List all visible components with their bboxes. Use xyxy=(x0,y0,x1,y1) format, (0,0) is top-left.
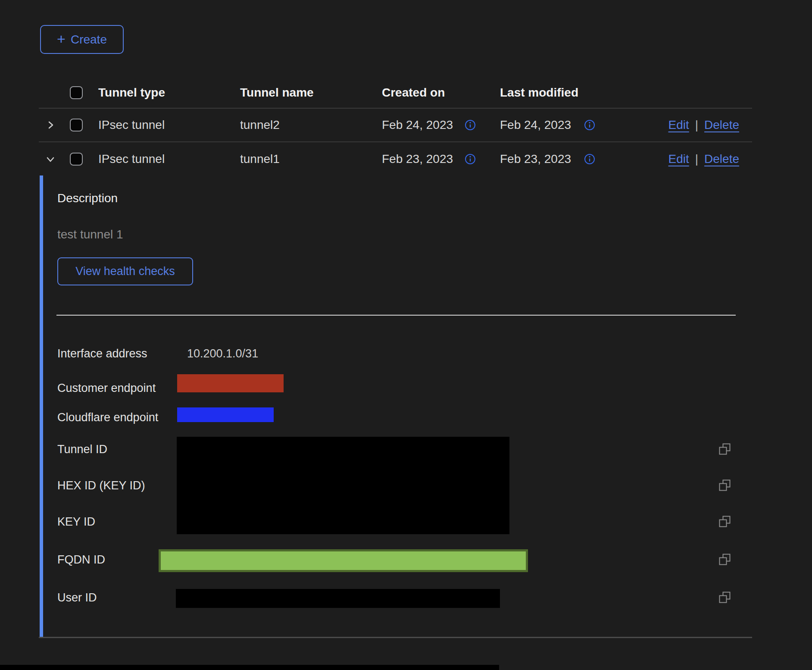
key-id-label: KEY ID xyxy=(57,515,95,529)
create-button[interactable]: + Create xyxy=(40,25,124,54)
edit-link[interactable]: Edit xyxy=(668,118,689,131)
last-modified-info-icon[interactable] xyxy=(584,153,595,165)
tunnel-type-cell: IPsec tunnel xyxy=(98,152,165,166)
column-header-last-modified: Last modified xyxy=(500,86,578,100)
collapse-chevron-down-icon[interactable] xyxy=(44,153,56,165)
column-header-created-on: Created on xyxy=(382,86,445,100)
customer-endpoint-label: Customer endpoint xyxy=(57,382,156,395)
tunnels-page: + Create Tunnel type Tunnel name Created… xyxy=(0,0,812,670)
copy-fqdn-id-icon[interactable] xyxy=(719,554,731,565)
copy-key-id-icon[interactable] xyxy=(719,516,731,527)
row-checkbox-tunnel2[interactable] xyxy=(70,119,83,131)
created-on-cell: Feb 23, 2023 xyxy=(382,152,453,166)
description-label: Description xyxy=(57,191,118,205)
hex-id-label: HEX ID (KEY ID) xyxy=(57,479,145,492)
customer-endpoint-redacted-value xyxy=(177,374,284,392)
row-checkbox-tunnel1[interactable] xyxy=(70,153,83,166)
table-bottom-divider xyxy=(39,637,752,638)
created-on-info-icon[interactable] xyxy=(465,119,476,131)
last-modified-info-icon[interactable] xyxy=(584,119,595,131)
row-actions: Edit|Delete xyxy=(668,118,739,132)
select-all-checkbox[interactable] xyxy=(70,86,83,99)
bottom-edge-strip xyxy=(0,665,499,670)
delete-link[interactable]: Delete xyxy=(704,152,739,166)
edit-link[interactable]: Edit xyxy=(668,152,689,166)
tunnel-type-cell: IPsec tunnel xyxy=(98,118,165,132)
detail-divider xyxy=(56,315,736,316)
actions-separator: | xyxy=(695,152,698,166)
user-id-redacted-value xyxy=(176,589,500,608)
expanded-row-accent-bar xyxy=(40,175,43,637)
last-modified-cell: Feb 23, 2023 xyxy=(500,152,571,166)
table-row-tunnel2: IPsec tunnel tunnel2 Feb 24, 2023 Feb 24… xyxy=(39,109,752,142)
user-id-label: User ID xyxy=(57,591,97,604)
create-button-label: Create xyxy=(71,33,107,47)
tunnel-name-cell: tunnel2 xyxy=(240,118,280,132)
view-health-checks-button[interactable]: View health checks xyxy=(57,257,193,285)
cloudflare-endpoint-label: Cloudflare endpoint xyxy=(57,411,158,424)
fqdn-id-redacted-value xyxy=(159,549,528,572)
delete-link[interactable]: Delete xyxy=(704,118,739,131)
created-on-info-icon[interactable] xyxy=(465,153,476,165)
interface-address-value: 10.200.1.0/31 xyxy=(187,347,258,360)
column-header-tunnel-name: Tunnel name xyxy=(240,86,314,100)
copy-user-id-icon[interactable] xyxy=(719,592,731,603)
plus-icon: + xyxy=(57,31,66,46)
cloudflare-endpoint-redacted-value xyxy=(177,407,274,422)
copy-hex-id-icon[interactable] xyxy=(719,479,731,491)
column-header-tunnel-type: Tunnel type xyxy=(98,86,165,100)
table-row-tunnel1: IPsec tunnel tunnel1 Feb 23, 2023 Feb 23… xyxy=(39,142,752,175)
actions-separator: | xyxy=(695,118,698,131)
last-modified-cell: Feb 24, 2023 xyxy=(500,118,571,132)
copy-tunnel-id-icon[interactable] xyxy=(719,443,731,455)
description-value: test tunnel 1 xyxy=(57,228,123,241)
ids-redacted-value xyxy=(177,437,509,534)
created-on-cell: Feb 24, 2023 xyxy=(382,118,453,132)
tunnel-name-cell: tunnel1 xyxy=(240,152,280,166)
interface-address-label: Interface address xyxy=(57,347,147,360)
fqdn-id-label: FQDN ID xyxy=(57,553,105,567)
table-header: Tunnel type Tunnel name Created on Last … xyxy=(39,78,752,109)
row-actions: Edit|Delete xyxy=(668,152,739,166)
expand-chevron-right-icon[interactable] xyxy=(44,119,56,131)
tunnel-id-label: Tunnel ID xyxy=(57,443,107,456)
